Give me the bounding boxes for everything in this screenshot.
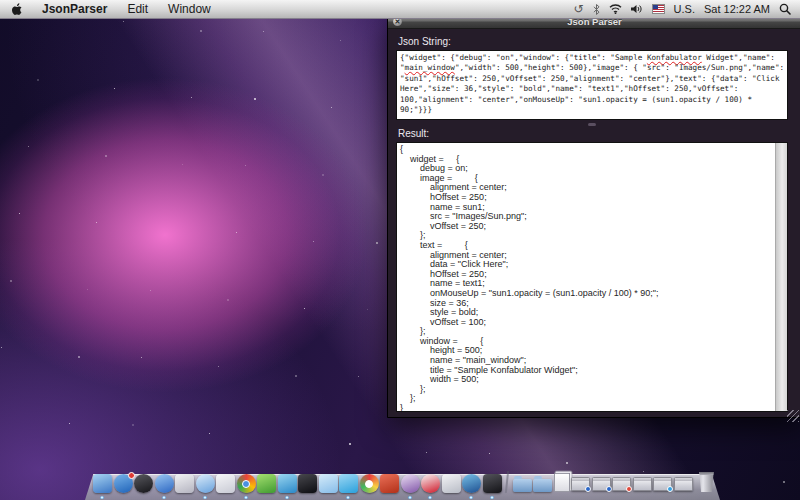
preview-icon[interactable] bbox=[175, 474, 194, 493]
applications-folder-icon[interactable] bbox=[513, 479, 532, 492]
result-pane: { widget = { debug = on; image = { align… bbox=[396, 142, 788, 412]
disc-burn-icon[interactable] bbox=[462, 474, 481, 493]
keyboard-flag-icon[interactable] bbox=[652, 4, 665, 14]
running-indicator bbox=[346, 496, 350, 499]
app-badge bbox=[585, 486, 591, 492]
menu-window[interactable]: Window bbox=[158, 0, 221, 18]
minimized-window-thumbnail[interactable] bbox=[571, 477, 590, 491]
menu-bar: JsonParser Edit Window ↺ U.S. Sat 12:22 … bbox=[0, 0, 800, 19]
splitter-handle[interactable] bbox=[588, 123, 596, 126]
running-indicator bbox=[203, 496, 207, 499]
notification-badge bbox=[128, 472, 135, 479]
app-badge bbox=[667, 486, 673, 492]
finder-icon[interactable] bbox=[93, 474, 112, 493]
running-indicator bbox=[244, 496, 248, 499]
running-indicator bbox=[428, 496, 432, 499]
app-store-icon[interactable] bbox=[114, 474, 133, 493]
menu-app[interactable]: JsonParser bbox=[32, 0, 117, 18]
dock bbox=[85, 460, 720, 500]
color-wheel-icon[interactable] bbox=[360, 474, 379, 493]
twitter-icon[interactable] bbox=[339, 474, 358, 493]
minimized-window-thumbnail[interactable] bbox=[612, 477, 631, 491]
shopping-bag-icon[interactable] bbox=[401, 474, 420, 493]
running-indicator bbox=[490, 496, 494, 499]
app-badge bbox=[606, 486, 612, 492]
running-indicator bbox=[408, 496, 412, 499]
blue-monster-icon[interactable] bbox=[278, 474, 297, 493]
opera-icon[interactable] bbox=[421, 474, 440, 493]
icon-center bbox=[242, 480, 250, 488]
json-parser-window: ✕ Json Parser Json String: {"widget": {"… bbox=[387, 14, 800, 418]
itunes-icon[interactable] bbox=[196, 474, 215, 493]
documents-folder-icon[interactable] bbox=[533, 479, 552, 492]
icon-center bbox=[365, 480, 373, 488]
time-machine-icon[interactable]: ↺ bbox=[573, 3, 583, 15]
minimized-window-thumbnail[interactable] bbox=[653, 477, 672, 491]
volume-icon[interactable] bbox=[631, 4, 643, 14]
dock-icons bbox=[93, 471, 715, 493]
safari-icon[interactable] bbox=[155, 474, 174, 493]
window-body: Json String: {"widget": {"debug": "on","… bbox=[388, 36, 800, 424]
apple-menu[interactable] bbox=[0, 3, 32, 16]
running-indicator bbox=[285, 496, 289, 499]
result-output[interactable]: { widget = { debug = on; image = { align… bbox=[397, 143, 776, 411]
minimized-window-thumbnail[interactable] bbox=[592, 477, 611, 491]
weather-icon[interactable] bbox=[319, 474, 338, 493]
result-scrollbar[interactable] bbox=[775, 143, 787, 411]
desktop: JsonParser Edit Window ↺ U.S. Sat 12:22 … bbox=[0, 0, 800, 500]
documents-stack-icon[interactable] bbox=[554, 473, 570, 492]
result-label: Result: bbox=[398, 128, 788, 139]
menu-clock[interactable]: Sat 12:22 AM bbox=[704, 3, 770, 15]
resize-grip[interactable] bbox=[787, 410, 799, 422]
app-badge bbox=[626, 486, 632, 492]
menu-edit[interactable]: Edit bbox=[117, 0, 158, 18]
running-indicator bbox=[469, 496, 473, 499]
bluetooth-icon[interactable] bbox=[593, 4, 600, 15]
minimized-window-thumbnail[interactable] bbox=[633, 477, 652, 491]
utility-icon[interactable] bbox=[442, 474, 461, 493]
spotlight-icon[interactable] bbox=[779, 3, 791, 15]
coda-leaf-icon[interactable] bbox=[257, 474, 276, 493]
text-editor-icon[interactable] bbox=[216, 474, 235, 493]
input-source-label[interactable]: U.S. bbox=[674, 3, 695, 15]
dock-divider bbox=[505, 471, 509, 493]
dictionary-icon[interactable] bbox=[380, 474, 399, 493]
json-string-label: Json String: bbox=[398, 36, 788, 47]
dashboard-icon[interactable] bbox=[134, 474, 153, 493]
running-indicator bbox=[162, 496, 166, 499]
code-app-icon[interactable] bbox=[483, 474, 502, 493]
minimized-window-thumbnail[interactable] bbox=[674, 477, 693, 491]
wifi-icon[interactable] bbox=[609, 4, 622, 14]
apple-logo-icon bbox=[12, 3, 23, 16]
trash-icon[interactable] bbox=[698, 472, 715, 492]
json-string-textarea[interactable]: {"widget": {"debug": "on","window": {"ti… bbox=[396, 50, 788, 120]
photo-booth-icon[interactable] bbox=[298, 474, 317, 493]
running-indicator bbox=[100, 496, 104, 499]
chrome-icon[interactable] bbox=[237, 474, 256, 493]
